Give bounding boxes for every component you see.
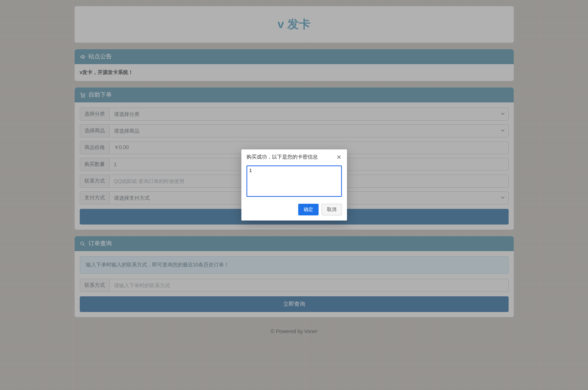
modal-title: 购买成功，以下是您的卡密信息 <box>246 154 318 160</box>
modal-overlay[interactable]: 购买成功，以下是您的卡密信息 1 确定 取消 <box>0 0 588 390</box>
cancel-button[interactable]: 取消 <box>321 204 342 215</box>
success-modal: 购买成功，以下是您的卡密信息 1 确定 取消 <box>241 149 347 221</box>
close-icon[interactable] <box>336 154 342 160</box>
card-key-textarea[interactable]: 1 <box>246 165 342 197</box>
confirm-button[interactable]: 确定 <box>298 204 319 215</box>
